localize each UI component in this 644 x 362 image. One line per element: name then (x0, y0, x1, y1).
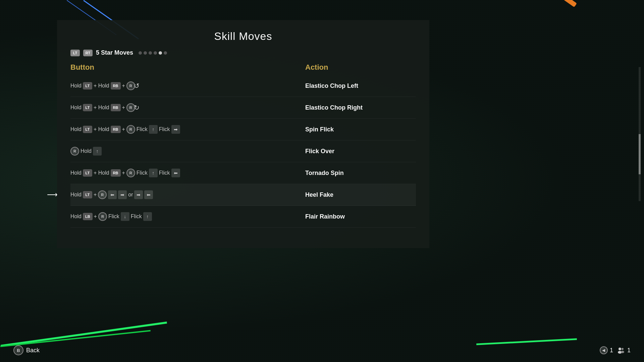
rb-button-1: RB (111, 82, 121, 89)
arrow-right-icon-6a: ➡ (118, 190, 127, 199)
button-combo-4: R Hold ↑ (70, 147, 305, 156)
back-button[interactable]: B Back (13, 345, 40, 355)
r-button-7: R (98, 212, 107, 221)
arrow-right-icon-6b: ➡ (134, 190, 143, 199)
scrollbar-track (639, 67, 641, 201)
back-label: Back (26, 347, 40, 354)
button-combo-2: Hold LT + Hold RB + R ↻ (70, 103, 305, 112)
lb-button-7: LB (83, 213, 93, 220)
rt-badge: RT (83, 50, 93, 56)
dot-5[interactable] (159, 51, 162, 55)
button-combo-3: Hold LT + Hold RB + R Flick ↑ Flick ➡ (70, 125, 305, 134)
move-row[interactable]: Hold LT + Hold RB + R Flick ↑ Flick ⬅ To… (70, 162, 416, 184)
arrow-left-icon-6: ⬅ (108, 190, 117, 199)
r-button-4: R (70, 147, 79, 156)
svg-point-3 (621, 351, 624, 353)
button-combo-1: Hold LT + Hold RB + R ↺ (70, 81, 305, 90)
action-name-7: Flair Rainbow (305, 213, 416, 220)
move-row-selected[interactable]: ⟶ Hold LT + R ⬅ ➡ or ➡ ⬅ Heel Fake (70, 184, 416, 206)
arrow-right-icon-3: ➡ (171, 125, 180, 134)
action-name-5: Tornado Spin (305, 170, 416, 177)
r-button-6: R (98, 190, 107, 199)
page-number: 1 (610, 347, 613, 354)
lt-button-1: LT (83, 82, 92, 89)
pagination-dots (139, 51, 167, 55)
dot-1[interactable] (139, 51, 142, 55)
action-name-6: Heel Fake (305, 191, 416, 198)
column-headers: Button Action (70, 63, 416, 72)
action-name-1: Elastico Chop Left (305, 82, 416, 89)
arrow-up-icon-5: ↑ (149, 169, 158, 177)
button-combo-7: Hold LB + R Flick ↓ Flick ↑ (70, 212, 305, 221)
arrow-left-icon-5: ⬅ (171, 169, 180, 177)
action-name-2: Elastico Chop Right (305, 104, 416, 111)
rb-button-3: RB (111, 126, 121, 133)
dot-2[interactable] (144, 51, 147, 55)
rb-button-2: RB (111, 104, 121, 111)
prev-page-icon[interactable]: ◀ (600, 346, 608, 354)
page-nav: ◀ 1 (600, 346, 613, 354)
move-row[interactable]: Hold LT + Hold RB + R Flick ↑ Flick ➡ Sp… (70, 119, 416, 140)
rb-button-5: RB (111, 169, 121, 177)
lt-button-5: LT (83, 169, 92, 177)
rotate-cw-icon: ↻ (134, 104, 140, 112)
dot-3[interactable] (149, 51, 152, 55)
button-combo-5: Hold LT + Hold RB + R Flick ↑ Flick ⬅ (70, 169, 305, 177)
dot-4[interactable] (154, 51, 157, 55)
lt-button-3: LT (83, 126, 92, 133)
move-row[interactable]: Hold LT + Hold RB + R ↺ Elastico Chop Le… (70, 75, 416, 97)
lt-button-6: LT (83, 191, 92, 198)
action-name-3: Spin Flick (305, 126, 416, 133)
r-button-3: R (126, 125, 135, 134)
scrollbar-thumb[interactable] (639, 134, 641, 174)
arrow-down-icon-7: ↓ (121, 212, 129, 221)
hold-text-1: Hold (70, 83, 82, 89)
star-row: LT RT 5 Star Moves (70, 49, 416, 56)
arrow-left-icon-6b: ⬅ (144, 190, 153, 199)
rotate-ccw-icon: ↺ (134, 82, 140, 90)
players-count: 1 (627, 347, 631, 354)
button-combo-6: Hold LT + R ⬅ ➡ or ➡ ⬅ (70, 190, 305, 199)
bottom-bar: B Back ◀ 1 1 (13, 345, 631, 355)
lt-badge: LT (70, 50, 80, 56)
players-section: 1 (617, 347, 631, 354)
b-button-icon: B (13, 345, 23, 355)
selection-arrow: ⟶ (47, 190, 58, 199)
players-icon (617, 347, 625, 354)
main-panel: Skill Moves LT RT 5 Star Moves Button Ac… (57, 20, 429, 248)
arrow-up-icon-7: ↑ (143, 212, 152, 221)
lt-button-2: LT (83, 104, 92, 111)
arrow-up-icon-4: ↑ (93, 147, 102, 156)
arrow-up-icon-3: ↑ (149, 125, 158, 134)
page-counter: ◀ 1 1 (600, 346, 631, 354)
action-name-4: Flick Over (305, 148, 416, 155)
move-row[interactable]: Hold LB + R Flick ↓ Flick ↑ Flair Rainbo… (70, 206, 416, 228)
move-row[interactable]: R Hold ↑ Flick Over (70, 140, 416, 162)
moves-list: Hold LT + Hold RB + R ↺ Elastico Chop Le… (70, 75, 416, 228)
star-moves-label: 5 Star Moves (96, 49, 133, 56)
svg-point-0 (619, 348, 621, 350)
button-column-header: Button (70, 63, 305, 72)
move-row[interactable]: Hold LT + Hold RB + R ↻ Elastico Chop Ri… (70, 97, 416, 119)
r-button-5: R (126, 169, 135, 177)
dot-6[interactable] (164, 51, 167, 55)
action-column-header: Action (305, 63, 416, 72)
page-title: Skill Moves (70, 30, 416, 43)
svg-point-2 (622, 348, 624, 350)
